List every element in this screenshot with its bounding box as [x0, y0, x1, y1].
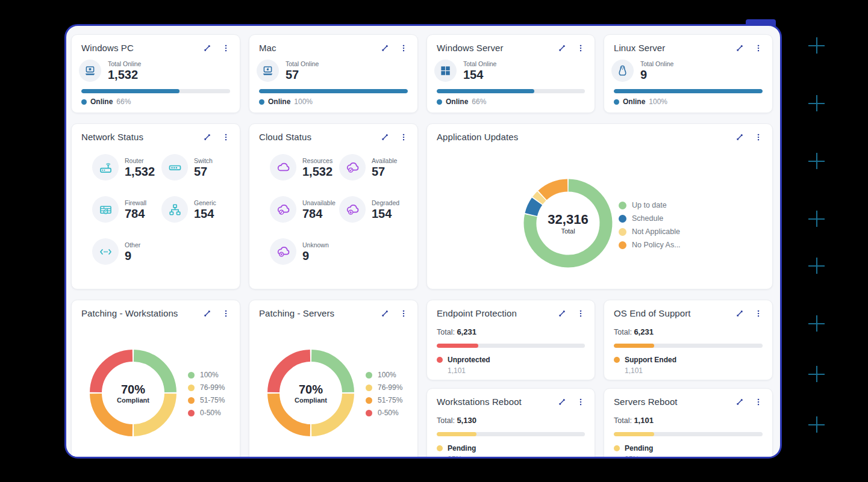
card-title: OS End of Support — [614, 308, 691, 318]
item-value: 784 — [302, 207, 336, 220]
item-value: 57 — [194, 165, 213, 178]
pending-bar — [437, 432, 585, 436]
network-item-generic: Generic 154 — [161, 196, 240, 223]
cloud-slash-icon — [270, 196, 296, 223]
online-status-dot — [614, 99, 619, 105]
expand-icon[interactable] — [558, 398, 566, 406]
metric-value: 1,532 — [108, 68, 141, 81]
metric-label: Total Online — [463, 60, 496, 68]
kebab-menu-icon[interactable] — [222, 309, 230, 318]
legend-label: Not Applicable — [632, 227, 680, 236]
online-status-dot — [259, 99, 264, 105]
legend-dot — [188, 410, 195, 416]
expand-icon[interactable] — [558, 44, 566, 52]
legend-dot — [366, 410, 372, 416]
metric-label: Total Online — [108, 60, 141, 68]
legend-label: Unprotected — [448, 356, 490, 364]
plus-mark-icon — [808, 153, 825, 169]
unprotected-bar — [437, 344, 585, 348]
status-value: 66% — [116, 97, 131, 106]
card-title: Linux Server — [614, 43, 665, 53]
total-label: Total: — [437, 328, 455, 336]
firewall-icon — [92, 196, 119, 223]
kebab-menu-icon[interactable] — [222, 44, 230, 52]
plus-mark-icon — [808, 37, 825, 54]
online-progress-bar — [614, 89, 763, 93]
legend-label: 51-75% — [200, 396, 225, 404]
card-title: Workstations Reboot — [437, 397, 522, 407]
kebab-menu-icon[interactable] — [576, 309, 585, 318]
patching-workstations-donut-chart[interactable] — [88, 348, 178, 438]
cloud-unknown-icon — [270, 238, 296, 265]
legend-value: 1,101 — [448, 366, 585, 375]
legend-dot — [619, 202, 626, 209]
expand-icon[interactable] — [558, 309, 566, 318]
status-value: 66% — [472, 97, 486, 106]
app-updates-donut-chart[interactable] — [523, 178, 613, 268]
cloud-check-icon — [339, 154, 366, 181]
total-value: 6,231 — [634, 327, 654, 336]
card-application-updates: Application Updates 32,316 Total Up to d… — [426, 123, 773, 289]
card-title: Application Updates — [437, 132, 518, 142]
card-title: Patching - Workstations — [81, 308, 178, 318]
metric-label: Total Online — [640, 60, 673, 68]
item-value: 154 — [372, 207, 399, 220]
network-item-firewall: Firewall 784 — [92, 196, 161, 223]
expand-icon[interactable] — [735, 44, 744, 52]
expand-icon[interactable] — [735, 398, 744, 406]
kebab-menu-icon[interactable] — [754, 44, 763, 52]
total-value: 5,130 — [457, 416, 476, 425]
card-servers-reboot: Servers Reboot Total: 1,101 Pending 25% — [604, 388, 773, 459]
linux-tux-icon — [611, 60, 634, 82]
expand-icon[interactable] — [203, 309, 211, 318]
cloud-item-resources: Resources 1,532 — [270, 154, 339, 181]
windows-logo-icon — [434, 60, 457, 82]
metric-value: 57 — [286, 68, 319, 81]
item-label: Degraded — [372, 199, 399, 207]
card-patching-workstations: Patching - Workstations 70% Compliant 10… — [71, 300, 240, 459]
item-value: 784 — [125, 207, 146, 220]
item-label: Other — [125, 241, 140, 249]
expand-icon[interactable] — [203, 44, 211, 52]
expand-icon[interactable] — [203, 133, 211, 141]
metric-value: 154 — [463, 68, 496, 81]
card-title: Windows PC — [81, 43, 134, 53]
card-title: Mac — [259, 43, 276, 53]
legend-label: Pending — [448, 444, 476, 453]
legend-label: Up to date — [632, 201, 667, 209]
expand-icon[interactable] — [381, 309, 389, 318]
patching-servers-donut-chart[interactable] — [266, 348, 356, 438]
legend-label: 100% — [200, 371, 219, 379]
kebab-menu-icon[interactable] — [399, 309, 408, 318]
kebab-menu-icon[interactable] — [399, 44, 408, 52]
kebab-menu-icon[interactable] — [754, 398, 763, 406]
legend-dot — [619, 241, 626, 249]
card-mac: Mac Total Online 57 Online 100% — [249, 34, 418, 113]
other-device-icon — [92, 238, 119, 265]
app-updates-legend: Up to date Schedule Not Applicable No Po… — [619, 201, 681, 249]
card-title: Endpoint Protection — [437, 308, 517, 318]
patching-workstations-legend: 100% 76-99% 51-75% 0-50% — [188, 371, 225, 417]
total-label: Total: — [437, 416, 455, 425]
cloud-item-unknown: Unknown 9 — [270, 238, 339, 265]
item-label: Available — [372, 157, 397, 165]
expand-icon[interactable] — [381, 44, 389, 52]
patching-servers-legend: 100% 76-99% 51-75% 0-50% — [366, 371, 402, 417]
kebab-menu-icon[interactable] — [222, 133, 230, 141]
expand-icon[interactable] — [381, 133, 389, 141]
legend-label: 100% — [378, 371, 396, 379]
generic-device-icon — [161, 196, 188, 223]
expand-icon[interactable] — [735, 133, 744, 141]
card-windows-server: Windows Server Total Online 154 Online 6… — [426, 34, 595, 113]
kebab-menu-icon[interactable] — [754, 309, 763, 318]
legend-dot — [188, 372, 195, 378]
metric-value: 9 — [640, 68, 673, 81]
online-status-dot — [81, 99, 87, 105]
kebab-menu-icon[interactable] — [576, 44, 585, 52]
dashboard-screen: Windows PC Total Online 1,532 Online 66% — [0, 0, 868, 482]
expand-icon[interactable] — [735, 309, 744, 318]
kebab-menu-icon[interactable] — [576, 398, 585, 406]
kebab-menu-icon[interactable] — [399, 133, 408, 141]
card-endpoint-protection: Endpoint Protection Total: 6,231 Unprote… — [426, 300, 595, 380]
kebab-menu-icon[interactable] — [754, 133, 763, 141]
